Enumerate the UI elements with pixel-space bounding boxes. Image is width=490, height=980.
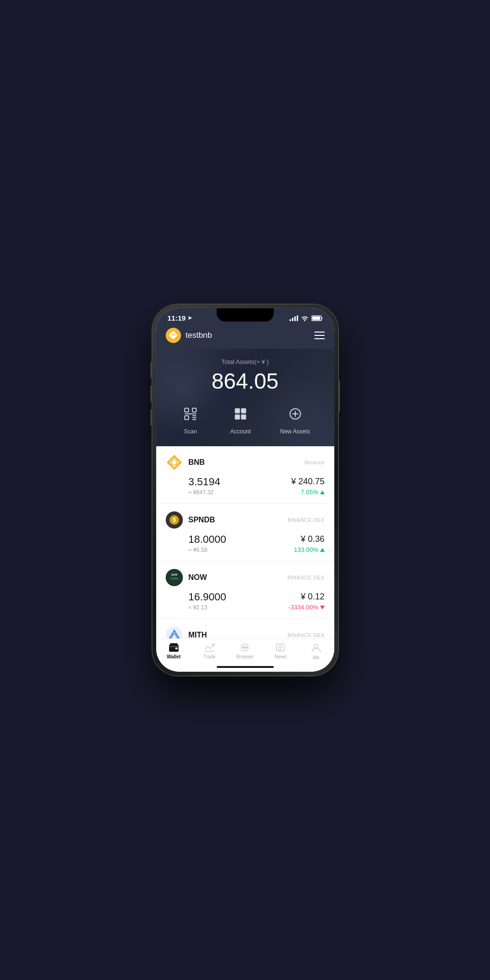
time-display: 11:19: [168, 314, 186, 322]
nav-me[interactable]: Me: [303, 643, 330, 660]
now-arrow-down: [320, 606, 325, 609]
new-assets-label: New Assets: [280, 428, 310, 435]
trade-icon: [204, 643, 215, 652]
svg-point-46: [314, 644, 318, 648]
app-header: testbnb: [156, 324, 334, 349]
total-assets-label: Total Assets(≈ ¥ ): [166, 358, 325, 365]
scan-button[interactable]: Scan: [180, 403, 201, 435]
header-title: testbnb: [186, 331, 212, 340]
svg-rect-4: [192, 408, 196, 412]
spndb-change: 133.00%: [294, 546, 324, 553]
total-assets-value: 864.05: [166, 368, 325, 394]
now-change: -3334.00%: [289, 604, 325, 611]
bottom-nav: Wallet Trade: [156, 638, 334, 662]
now-price: ¥ 0.12: [300, 592, 324, 602]
hero-section: Total Assets(≈ ¥ ) 864.05: [156, 349, 334, 446]
now-exchange: BINANCE DEX: [288, 575, 325, 580]
account-button[interactable]: Account: [230, 403, 251, 435]
home-indicator: [156, 662, 334, 672]
spndb-arrow-up: [320, 548, 325, 552]
asset-item-bnb[interactable]: BNB Binance 3.5194 ≈ ¥847.32 ¥ 240.75 7.…: [156, 446, 334, 504]
nav-wallet[interactable]: Wallet: [160, 643, 187, 660]
asset-list: BNB Binance 3.5194 ≈ ¥847.32 ¥ 240.75 7.…: [156, 446, 334, 638]
wallet-icon: [169, 643, 179, 652]
phone-inner: 11:19 ➤: [156, 308, 334, 672]
now-fiat: ≈ ¥2.13: [189, 604, 227, 611]
bnb-change: 7.05%: [301, 489, 325, 496]
bnb-logo-icon: [166, 328, 181, 343]
news-nav-label: News: [275, 654, 287, 659]
battery-icon: [311, 315, 323, 321]
phone-frame: 11:19 ➤: [152, 304, 338, 676]
status-bar: 11:19 ➤: [156, 308, 334, 324]
svg-rect-17: [242, 416, 245, 418]
bnb-price: ¥ 240.75: [291, 477, 324, 487]
scan-icon: [180, 403, 201, 424]
spndb-asset-icon: $: [166, 511, 183, 529]
wallet-nav-label: Wallet: [167, 654, 180, 659]
trade-nav-label: Trade: [203, 654, 216, 659]
bnb-exchange: Binance: [305, 460, 325, 465]
now-asset-icon: NOW TOKEN: [166, 569, 183, 586]
spndb-name: SPNDB: [189, 516, 215, 524]
svg-text:NOW: NOW: [171, 573, 177, 576]
bnb-name: BNB: [189, 458, 205, 467]
svg-rect-37: [175, 647, 178, 649]
mith-asset-icon: [166, 627, 183, 638]
asset-item-now[interactable]: NOW TOKEN NOW BINANCE DEX 16.9000 ≈ ¥2.1…: [156, 561, 334, 619]
hamburger-line-2: [314, 335, 325, 336]
navigation-icon: ➤: [188, 315, 192, 321]
hamburger-line-1: [314, 332, 325, 333]
svg-marker-33: [169, 630, 180, 638]
bnb-asset-icon: [166, 454, 183, 471]
svg-rect-36: [169, 646, 179, 647]
spndb-price: ¥ 0.36: [300, 534, 324, 544]
account-icon: [230, 403, 251, 424]
nav-trade[interactable]: Trade: [196, 643, 222, 660]
asset-item-spndb[interactable]: $ SPNDB BINANCE DEX 18.0000 ≈ ¥6.58 ¥ 0.…: [156, 504, 334, 561]
notch: [217, 308, 274, 322]
header-left: testbnb: [166, 328, 212, 343]
hamburger-line-3: [314, 338, 325, 339]
now-amount: 16.9000: [189, 591, 227, 603]
mith-exchange: BINANCE DEX: [288, 632, 325, 638]
browser-nav-label: Browser: [236, 654, 254, 659]
status-time: 11:19 ➤: [168, 314, 192, 322]
svg-text:TOKEN: TOKEN: [170, 577, 179, 580]
svg-rect-14: [236, 410, 239, 412]
svg-rect-5: [185, 416, 189, 420]
menu-button[interactable]: [314, 332, 325, 339]
home-bar: [217, 666, 274, 668]
svg-text:$: $: [172, 517, 176, 523]
nav-browser[interactable]: Browser: [232, 643, 258, 660]
new-assets-button[interactable]: New Assets: [280, 403, 310, 435]
new-assets-icon: [285, 403, 306, 424]
svg-rect-1: [312, 316, 320, 320]
status-icons: [290, 315, 323, 321]
bnb-amount: 3.5194: [189, 476, 220, 488]
me-icon: [311, 643, 321, 653]
scan-label: Scan: [184, 428, 197, 435]
wifi-icon: [301, 315, 309, 321]
nav-news[interactable]: News: [268, 643, 294, 660]
bnb-fiat: ≈ ¥847.32: [189, 489, 220, 496]
spndb-fiat: ≈ ¥6.58: [189, 547, 227, 553]
spndb-amount: 18.0000: [189, 533, 227, 546]
hero-actions: Scan: [166, 403, 325, 435]
signal-icon: [290, 315, 298, 321]
account-label: Account: [230, 428, 250, 435]
svg-rect-16: [236, 416, 239, 418]
svg-rect-3: [185, 408, 189, 412]
svg-rect-15: [242, 410, 245, 412]
bnb-arrow-up: [320, 490, 325, 494]
browser-icon: [240, 643, 250, 652]
asset-item-mith[interactable]: MITH BINANCE DEX 22.8900 ≈ ¥8.02 ¥ 0.35 …: [156, 619, 334, 638]
screen: 11:19 ➤: [156, 308, 334, 672]
now-name: NOW: [189, 573, 207, 582]
mith-name: MITH: [189, 631, 207, 638]
news-icon: [275, 643, 286, 652]
me-nav-label: Me: [313, 655, 320, 660]
spndb-exchange: BINANCE DEX: [288, 517, 325, 523]
